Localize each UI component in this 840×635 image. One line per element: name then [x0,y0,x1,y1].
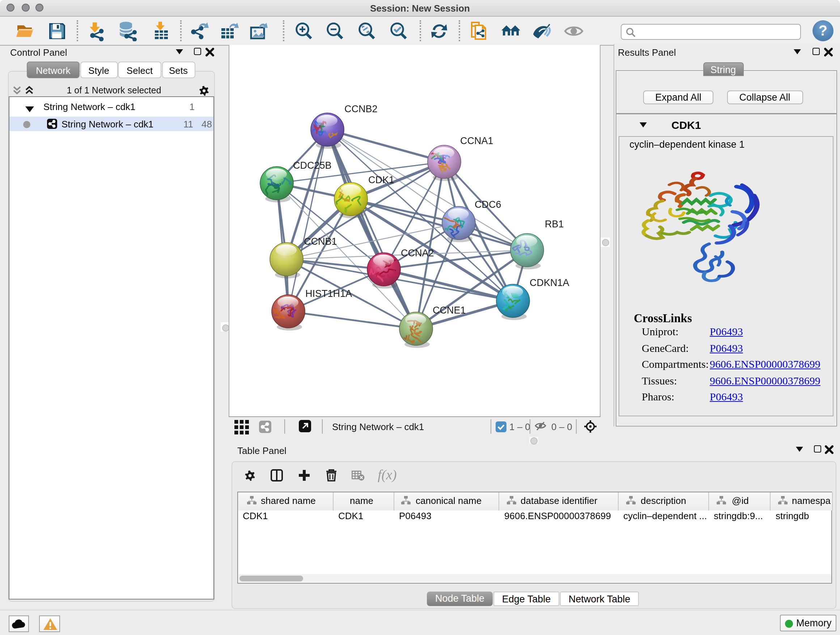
svg-text:CCNB2: CCNB2 [344,103,378,114]
svg-text:CCNB1: CCNB1 [304,236,337,247]
svg-text:CCNA2: CCNA2 [401,248,434,258]
svg-text:CDC25B: CDC25B [293,160,332,171]
svg-text:CDC6: CDC6 [475,199,501,210]
svg-text:HIST1H1A: HIST1H1A [305,288,352,299]
svg-text:CDKN1A: CDKN1A [530,277,569,288]
svg-text:CCNA1: CCNA1 [460,135,493,146]
svg-text:CCNE1: CCNE1 [433,305,466,316]
svg-text:RB1: RB1 [545,219,564,230]
svg-text:CDK1: CDK1 [368,174,394,185]
